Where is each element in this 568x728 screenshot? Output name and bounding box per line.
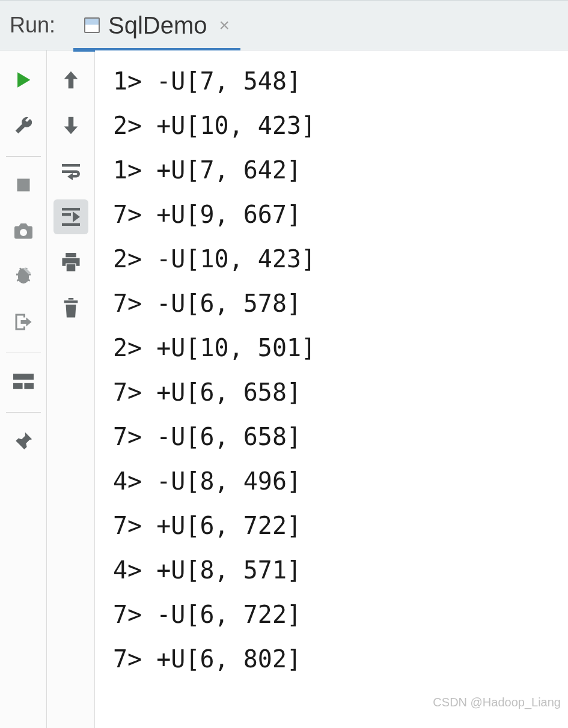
- tool-window-header: Run: SqlDemo ×: [0, 0, 568, 50]
- svg-rect-1: [13, 374, 34, 380]
- run-label: Run:: [10, 13, 55, 38]
- wrench-icon: [13, 115, 34, 136]
- exit-button[interactable]: [6, 305, 41, 339]
- arrow-down-icon: [62, 115, 80, 136]
- layout-button[interactable]: [6, 364, 41, 399]
- scroll-to-end-button[interactable]: [53, 199, 88, 234]
- attach-debugger-button[interactable]: [6, 259, 41, 294]
- run-tool-window: Run: SqlDemo ×: [0, 0, 568, 728]
- scroll-end-icon: [60, 208, 82, 226]
- camera-icon: [13, 220, 34, 241]
- tool-window-body: 7> -U[9, 604] 1> -U[7, 548] 2> +U[10, 42…: [0, 50, 568, 728]
- dump-threads-button[interactable]: [6, 213, 41, 248]
- separator: [6, 353, 41, 353]
- svg-rect-0: [17, 179, 29, 192]
- print-button[interactable]: [53, 245, 88, 280]
- layout-icon: [13, 373, 34, 390]
- soft-wrap-button[interactable]: [53, 154, 88, 189]
- rerun-button[interactable]: [6, 62, 41, 97]
- stop-button[interactable]: [6, 168, 41, 202]
- exit-icon: [13, 311, 34, 333]
- trash-icon: [62, 298, 80, 318]
- run-config-tab[interactable]: SqlDemo ×: [73, 2, 240, 52]
- application-icon: [84, 17, 100, 33]
- separator: [6, 412, 41, 413]
- pin-button[interactable]: [6, 423, 41, 458]
- arrow-up-icon: [62, 70, 80, 90]
- console-text: 7> -U[9, 604] 1> -U[7, 548] 2> +U[10, 42…: [113, 50, 568, 681]
- console-output[interactable]: 7> -U[9, 604] 1> -U[7, 548] 2> +U[10, 42…: [95, 50, 568, 728]
- svg-rect-2: [13, 383, 23, 389]
- up-stack-button[interactable]: [53, 62, 88, 97]
- separator: [6, 156, 41, 157]
- close-tab-button[interactable]: ×: [219, 15, 230, 35]
- pin-icon: [13, 431, 34, 451]
- debug-icon: [13, 265, 34, 287]
- run-toolbar-left: [0, 50, 47, 728]
- tab-title: SqlDemo: [108, 12, 207, 39]
- clear-all-button[interactable]: [53, 291, 88, 326]
- console-toolbar: [47, 50, 95, 728]
- printer-icon: [60, 253, 82, 272]
- edit-config-button[interactable]: [6, 108, 41, 143]
- watermark: CSDN @Hadoop_Liang: [433, 680, 561, 724]
- soft-wrap-icon: [60, 162, 82, 180]
- svg-rect-3: [24, 383, 34, 389]
- play-icon: [13, 70, 34, 90]
- stop-icon: [15, 177, 32, 193]
- down-stack-button[interactable]: [53, 108, 88, 143]
